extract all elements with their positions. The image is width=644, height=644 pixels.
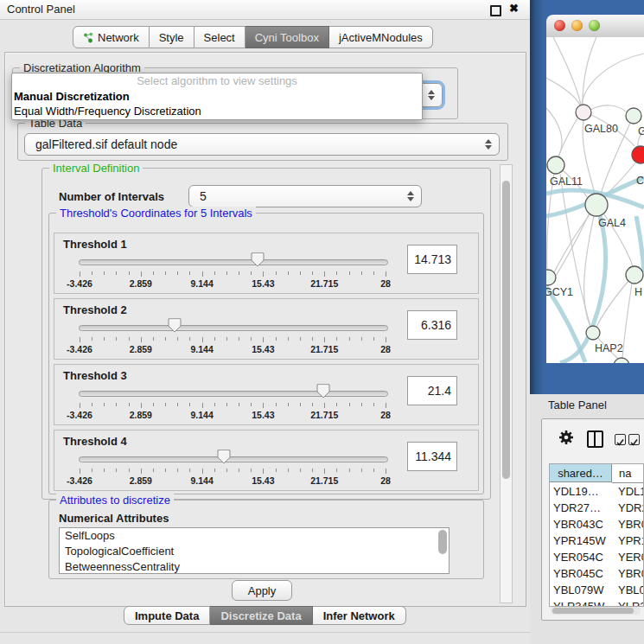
table-row[interactable]: YER054CYER0 (550, 549, 643, 565)
slider-tick (141, 271, 142, 277)
minimize-traffic-light-icon[interactable] (571, 20, 583, 31)
slider-thumb[interactable] (168, 318, 182, 333)
tab-cyni-toolbox[interactable]: Cyni Toolbox (245, 26, 329, 48)
table-horizontal-scrollbar[interactable] (551, 607, 641, 615)
table-row[interactable]: YBR043CYBR0 (550, 516, 643, 532)
vertical-scrollbar[interactable] (500, 164, 513, 603)
tab-network[interactable]: Network (73, 26, 150, 48)
slider-tick (288, 469, 289, 472)
tab-label: Style (159, 31, 184, 44)
slider-tick (129, 271, 130, 275)
slider-tick (214, 337, 215, 341)
attribute-item-selfloops[interactable]: SelfLoops (60, 528, 449, 544)
network-edge (547, 174, 554, 270)
network-node-gal4[interactable] (585, 194, 608, 216)
num-intervals-combobox[interactable]: 5 (188, 185, 422, 207)
slider-thumb[interactable] (217, 450, 231, 464)
table-row[interactable]: YDR27…YDR2 (550, 500, 643, 516)
network-node-hap2[interactable] (586, 326, 600, 340)
network-node[interactable] (614, 358, 629, 363)
network-edge (582, 54, 644, 105)
node-label: GAL11 (550, 175, 583, 188)
slider-tick (104, 469, 105, 472)
slider-tick (251, 337, 252, 341)
threshold-value-field[interactable]: 11.344 (407, 442, 457, 471)
float-icon[interactable] (490, 5, 501, 16)
attributes-listbox[interactable]: SelfLoopsTopologicalCoefficientBetweenne… (59, 527, 450, 574)
tab-select[interactable]: Select (194, 26, 245, 48)
slider-tick (288, 271, 289, 275)
slider-track[interactable] (79, 259, 388, 265)
checkbox-icon[interactable] (615, 434, 626, 445)
column-header-name[interactable]: na (612, 464, 643, 483)
slider-tick (361, 469, 362, 472)
slider-tick (336, 271, 337, 275)
application-window: Control Panel ✖ NetworkStyleSelectCyni T… (0, 0, 644, 644)
threshold-value-field[interactable]: 14.713 (407, 245, 457, 274)
slider-tick (312, 403, 313, 406)
table-row[interactable]: YBL079WYBL0 (550, 582, 643, 598)
checkbox-icon[interactable] (628, 434, 640, 445)
gear-icon[interactable] (558, 429, 575, 446)
slider-tick (141, 337, 142, 342)
slider-tick (361, 337, 362, 341)
table-row[interactable]: YBR045CYBR0 (550, 565, 643, 582)
node-table[interactable]: shared… na YDL19…YDL1YDR27…YDR2YBR043CYB… (549, 463, 644, 607)
slider-tick (153, 337, 154, 341)
table-data-combobox[interactable]: galFiltered.sif default node (24, 133, 500, 156)
network-node[interactable] (626, 108, 641, 124)
network-edge (551, 214, 589, 284)
columns-icon[interactable] (587, 430, 603, 448)
slider-tick (349, 337, 350, 341)
close-icon[interactable]: ✖ (509, 2, 519, 15)
slider-tick-label: 2.859 (130, 278, 152, 289)
table-row[interactable]: YDL19…YDL1 (550, 483, 643, 500)
tab-jactivemnodules[interactable]: jActiveMNodules (329, 26, 433, 48)
threshold-value-field[interactable]: 21.4 (407, 376, 457, 405)
network-node-h[interactable] (626, 266, 643, 284)
slider-tick (165, 337, 166, 341)
network-node-gal80[interactable] (576, 105, 591, 120)
tab-infer-network[interactable]: Infer Network (313, 606, 406, 625)
slider-track[interactable] (79, 456, 388, 462)
zoom-traffic-light-icon[interactable] (589, 20, 600, 31)
tab-discretize-data[interactable]: Discretize Data (210, 606, 312, 625)
slider-tick-label: 2.859 (130, 410, 152, 420)
slider-thumb[interactable] (251, 252, 265, 267)
dropdown-option-manual-discretization[interactable]: Manual Discretization (12, 89, 422, 104)
vertical-scrollbar-thumb[interactable] (502, 181, 510, 479)
network-canvas[interactable]: GAL80GAL11GAL4GCY1HHAP2GAC (546, 37, 644, 363)
list-scrollbar-thumb[interactable] (438, 530, 447, 554)
slider-tick-label: 28 (380, 475, 391, 486)
slider-tick (336, 469, 337, 472)
dropdown-option-equal-width-frequency-discretization[interactable]: Equal Width/Frequency Discretization (12, 104, 422, 118)
tab-impute-data[interactable]: Impute Data (124, 606, 210, 625)
slider-track[interactable] (79, 391, 388, 397)
column-header-shared[interactable]: shared… (550, 464, 612, 482)
table-row[interactable]: YPR145WYPR1 (550, 532, 643, 549)
threshold-value-field[interactable]: 6.316 (407, 310, 457, 340)
table-hscrollbar-thumb[interactable] (552, 608, 634, 614)
slider-tick (276, 469, 277, 472)
slider-tick (288, 337, 289, 341)
network-node[interactable] (632, 146, 644, 163)
slider-tick-label: 15.43 (252, 475, 274, 486)
slider-tick (373, 337, 374, 341)
node-label: HAP2 (595, 342, 623, 354)
table-panel-title: Table Panel (548, 399, 607, 411)
apply-button[interactable]: Apply (232, 580, 292, 601)
network-edge (590, 105, 626, 112)
slider-tick (129, 469, 130, 472)
dropdown-hint: Select algorithm to view settings (12, 73, 422, 89)
slider-tick (336, 403, 337, 406)
slider-tick (165, 271, 166, 275)
attribute-item-topologicalcoefficient[interactable]: TopologicalCoefficient (60, 544, 449, 559)
slider-thumb[interactable] (316, 384, 330, 399)
table-row[interactable]: YLR345WYLR3 (550, 598, 643, 607)
slider-track[interactable] (79, 325, 388, 331)
close-traffic-light-icon[interactable] (554, 20, 565, 31)
attribute-item-betweennesscentrality[interactable]: BetweennessCentrality (60, 559, 449, 574)
tab-style[interactable]: Style (150, 26, 194, 48)
slider-tick (239, 271, 239, 275)
network-node-gal11[interactable] (547, 156, 564, 174)
